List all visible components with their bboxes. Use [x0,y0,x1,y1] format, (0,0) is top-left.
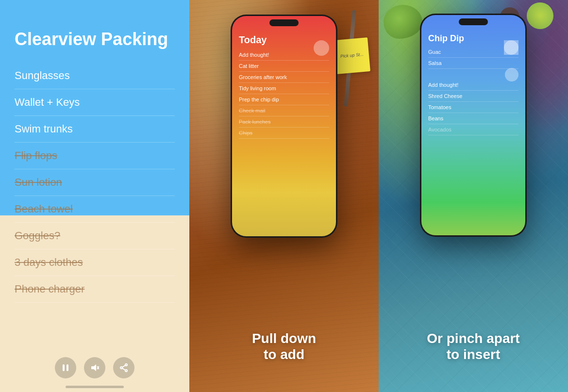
phone-3-container: Chip Dip Guac Salsa Add thought! Shred C… [420,14,527,237]
svg-point-6 [120,367,122,369]
phone-2-list-item[interactable]: Tidy living room [239,83,329,94]
phone-3-list-item[interactable]: Beans [428,113,518,124]
home-indicator [66,386,124,388]
list-item[interactable]: Swim trunks [15,116,175,143]
phone-2-screen: Today Add thought! Cat litter Groceries … [232,16,336,236]
svg-line-8 [122,365,125,367]
phone-notch [459,18,488,25]
phone-2-list-item-done[interactable]: Check mail [239,105,329,116]
phone-3-gap [428,69,518,80]
svg-rect-1 [67,364,68,371]
phone-3-list-item-done[interactable]: Avocados [428,124,518,135]
panel-3-caption: Or pinch apartto insert [379,330,568,363]
svg-rect-0 [63,364,65,371]
list-item-done[interactable]: Flip flops [15,143,175,169]
list-item-done[interactable]: Goggles? [15,223,175,249]
phone-3-screen: Chip Dip Guac Salsa Add thought! Shred C… [421,15,525,235]
phone-2-gradient: Today Add thought! Cat litter Groceries … [232,16,336,236]
pause-icon [61,363,70,372]
sticky-note: Pick up St... [334,37,370,74]
list-item[interactable]: Wallet + Keys [15,89,175,116]
mute-button[interactable] [84,357,105,378]
list-item-done[interactable]: Sun lotion [15,169,175,196]
svg-marker-2 [91,364,96,371]
mute-icon [90,363,99,372]
active-list: Sunglasses Wallet + Keys Swim trunks [15,63,175,143]
phone-3-list-item[interactable]: Shred Cheese [428,91,518,102]
share-icon [119,363,128,372]
lime-decoration [527,2,553,29]
phone-3-list-item[interactable]: Add thought! [428,80,518,91]
caption-text: Or pinch apartto insert [427,331,519,362]
phone-2-container: Today Add thought! Cat litter Groceries … [231,15,337,238]
phone-2-list-item-done[interactable]: Chips [239,128,329,139]
phone-2-list-item[interactable]: Prep the chip dip [239,94,329,105]
phone-3-list-item[interactable]: Tomatoes [428,102,518,113]
phone-3-circle-top-vis [504,40,518,55]
phone-3-gradient: Chip Dip Guac Salsa Add thought! Shred C… [421,15,525,235]
panel-2: Pick up St... Today Add thought! Cat lit… [189,0,379,392]
list-item-done[interactable]: Beach towel [15,196,175,223]
phone-2-circle [314,40,329,56]
bottom-bar [0,357,189,378]
phone-2-list-item[interactable]: Cat litter [239,61,329,72]
list-item[interactable]: Sunglasses [15,63,175,89]
panel-1-title: Clearview Packing [15,29,175,49]
phone-3-list-item[interactable]: Salsa [428,58,518,69]
phone-2-list-item-done[interactable]: Pack lunches [239,116,329,128]
list-item-done[interactable]: Phone charger [15,276,175,303]
svg-point-5 [125,364,127,366]
pause-button[interactable] [55,357,76,378]
phone-notch [269,19,299,26]
svg-line-9 [122,368,125,370]
list-item-done[interactable]: 3 days clothes [15,249,175,276]
share-button[interactable] [113,357,134,378]
sticky-note-text: Pick up St... [340,52,364,60]
phone-3: Chip Dip Guac Salsa Add thought! Shred C… [420,14,527,237]
done-list: Flip flops Sun lotion Beach towel Goggle… [15,143,175,303]
panel-3: Chip Dip Guac Salsa Add thought! Shred C… [379,0,568,392]
panel-2-caption: Pull downto add [189,330,379,363]
phone-2: Today Add thought! Cat litter Groceries … [231,15,337,238]
panel-1: Clearview Packing Sunglasses Wallet + Ke… [0,0,189,392]
caption-text: Pull downto add [252,331,316,362]
phone-2-list-item[interactable]: Groceries after work [239,72,329,83]
svg-point-7 [125,370,127,372]
